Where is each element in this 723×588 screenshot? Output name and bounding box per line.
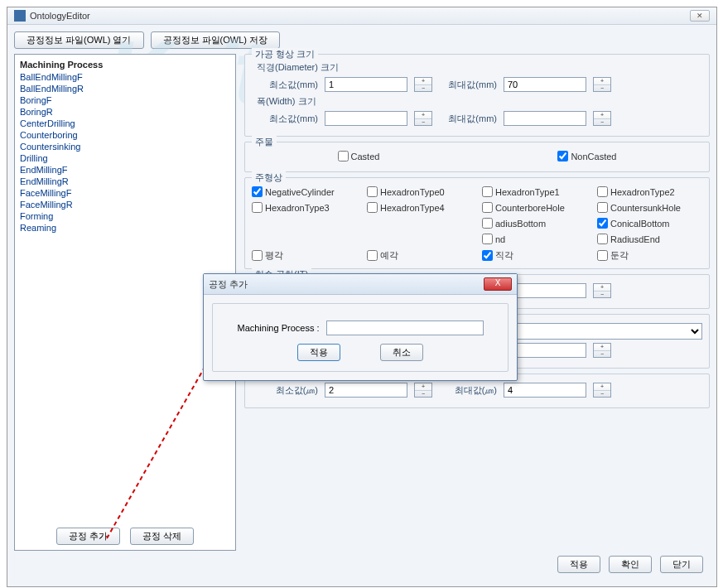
conical-bottom-checkbox[interactable]: ConicalBottom <box>597 218 702 229</box>
process-list-item[interactable]: Countersinking <box>18 141 232 152</box>
add-process-dialog: 공정 추가 X Machining Process : 적용 취소 <box>203 273 518 381</box>
shape-checkbox-hexadrontype4[interactable]: HexadronType4 <box>367 202 472 213</box>
dia-min-spinner[interactable]: +− <box>414 77 432 92</box>
dialog-titlebar: 공정 추가 X <box>204 274 517 295</box>
width-header: 폭(Width) 크기 <box>257 95 702 108</box>
geo-max-spinner[interactable]: +− <box>593 343 611 358</box>
close-button[interactable]: 닫기 <box>660 556 703 573</box>
shape-checkbox-hexadrontype0[interactable]: HexadronType0 <box>367 186 472 197</box>
wid-max-spinner[interactable]: +− <box>593 111 611 126</box>
app-window: OntologyEditor ✕ Keit 공정정보 파일(OWL) 열기 공정… <box>7 7 717 587</box>
it-max-spinner[interactable]: +− <box>593 283 611 298</box>
dia-max-label: 최대값(mm) <box>439 79 497 91</box>
angle-flat-checkbox[interactable]: 평각 <box>252 249 357 262</box>
ok-button[interactable]: 확인 <box>609 556 652 573</box>
dia-min-label: 최소값(mm) <box>252 79 318 91</box>
process-list-item[interactable]: FaceMillingF <box>18 187 232 199</box>
process-list-item[interactable]: BallEndMillingF <box>18 71 232 83</box>
noncasted-checkbox[interactable]: NonCasted <box>557 151 616 161</box>
dialog-close-button[interactable]: X <box>484 277 512 291</box>
shape-group: 주형상 NegativeCylinderHexadronType0Hexadro… <box>244 177 710 269</box>
add-process-button[interactable]: 공정 추가 <box>56 528 120 545</box>
process-list-item[interactable]: FaceMillingR <box>18 199 232 210</box>
radiusd-end-checkbox[interactable]: RadiusdEnd <box>597 234 702 244</box>
rough-max-input[interactable] <box>504 383 586 398</box>
dialog-apply-button[interactable]: 적용 <box>297 344 340 361</box>
rough-min-input[interactable] <box>325 383 407 398</box>
wid-min-spinner[interactable]: +− <box>414 111 432 126</box>
wid-max-input[interactable] <box>504 111 586 126</box>
dialog-process-input[interactable] <box>326 321 484 335</box>
wid-min-input[interactable] <box>325 111 407 126</box>
app-icon <box>14 10 26 22</box>
titlebar: OntologyEditor ✕ <box>7 7 716 25</box>
apply-button[interactable]: 적용 <box>557 556 600 573</box>
angle-right-checkbox[interactable]: 직각 <box>482 249 587 262</box>
cast-title: 주물 <box>252 136 277 148</box>
cast-group: 주물 Casted NonCasted <box>244 142 710 172</box>
shape-checkbox-hexadrontype3[interactable]: HexadronType3 <box>252 202 357 213</box>
diameter-header: 직경(Diameter) 크기 <box>257 61 702 74</box>
shape-checkbox-hexadrontype1[interactable]: HexadronType1 <box>482 186 587 197</box>
window-close-button[interactable]: ✕ <box>690 10 710 22</box>
nd-checkbox[interactable]: nd <box>482 234 587 244</box>
dia-min-input[interactable] <box>325 77 407 92</box>
process-list-item[interactable]: Drilling <box>18 152 232 164</box>
shape-size-title: 가공 형상 크기 <box>252 48 318 60</box>
process-list-item[interactable]: Reaming <box>18 222 232 234</box>
process-list-item[interactable]: BallEndMillingR <box>18 83 232 94</box>
open-owl-button[interactable]: 공정정보 파일(OWL) 열기 <box>14 31 144 49</box>
shape-title: 주형상 <box>252 171 286 184</box>
process-list-item[interactable]: Forming <box>18 210 232 222</box>
rough-max-label: 최대값(㎛) <box>439 384 497 397</box>
dia-max-spinner[interactable]: +− <box>593 77 611 92</box>
shape-checkbox-hexadrontype2[interactable]: HexadronType2 <box>597 186 702 197</box>
rough-min-label: 최소값(㎛) <box>252 384 318 397</box>
casted-checkbox[interactable]: Casted <box>338 151 380 161</box>
shape-checkbox-counterborehole[interactable]: CounterboreHole <box>482 202 587 213</box>
angle-acute-checkbox[interactable]: 예각 <box>367 249 472 262</box>
radius-bottom-checkbox[interactable]: adiusBottom <box>482 218 587 229</box>
save-owl-button[interactable]: 공정정보 파일(OWL) 저장 <box>151 31 281 49</box>
process-list-item[interactable]: EndMillingR <box>18 176 232 187</box>
wid-max-label: 최대값(mm) <box>439 113 497 125</box>
process-list-item[interactable]: CenterDrilling <box>18 118 232 129</box>
process-list-item[interactable]: Counterboring <box>18 129 232 141</box>
content-area: Keit 공정정보 파일(OWL) 열기 공정정보 파일(OWL) 저장 Mac… <box>7 25 716 586</box>
shape-checkbox-countersunkhole[interactable]: CountersunkHole <box>597 202 702 213</box>
process-list-buttons: 공정 추가 공정 삭제 <box>15 528 235 545</box>
dialog-field-label: Machining Process : <box>237 323 319 333</box>
wid-min-label: 최소값(mm) <box>252 113 318 125</box>
process-list-item[interactable]: BoringF <box>18 94 232 106</box>
angle-obtuse-checkbox[interactable]: 둔각 <box>597 249 702 262</box>
process-list-item[interactable]: EndMillingF <box>18 164 232 176</box>
shape-checkbox-negativecylinder[interactable]: NegativeCylinder <box>252 186 357 197</box>
dia-max-input[interactable] <box>504 77 586 92</box>
delete-process-button[interactable]: 공정 삭제 <box>130 528 194 545</box>
bottom-bar: 적용 확인 닫기 <box>14 551 710 580</box>
rough-max-spinner[interactable]: +− <box>593 383 611 398</box>
dialog-body: Machining Process : 적용 취소 <box>212 303 509 372</box>
dialog-cancel-button[interactable]: 취소 <box>380 344 423 361</box>
shape-size-group: 가공 형상 크기 직경(Diameter) 크기 최소값(mm) +− 최대값(… <box>244 54 710 137</box>
toolbar: 공정정보 파일(OWL) 열기 공정정보 파일(OWL) 저장 <box>14 31 710 49</box>
window-title: OntologyEditor <box>30 11 690 21</box>
rough-min-spinner[interactable]: +− <box>414 383 432 398</box>
process-list-header: Machining Process <box>20 60 232 70</box>
process-list-item[interactable]: BoringR <box>18 106 232 118</box>
dialog-title: 공정 추가 <box>209 278 484 291</box>
